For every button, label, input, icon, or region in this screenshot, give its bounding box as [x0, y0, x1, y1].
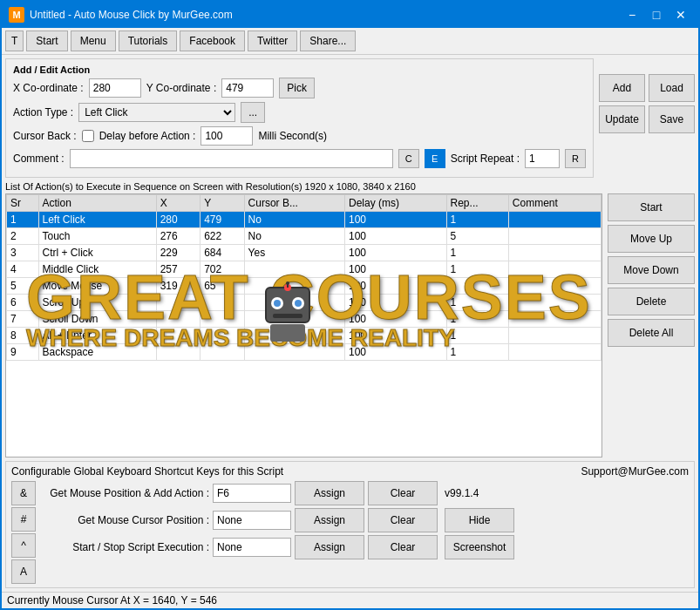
- table-left: Sr Action X Y Cursor B... Delay (ms) Rep…: [5, 193, 602, 458]
- version-label: v99.1.4: [445, 487, 479, 499]
- kb-row2-clear-button[interactable]: Clear: [368, 508, 438, 532]
- keyboard-rows-wrapper: & # ^ A Get Mouse Position & Add Action …: [11, 481, 689, 584]
- table-side-buttons: Start Move Up Move Down Delete Delete Al…: [608, 193, 695, 458]
- facebook-button[interactable]: Facebook: [180, 30, 245, 51]
- kb-row3-clear-button[interactable]: Clear: [368, 535, 438, 559]
- start-button[interactable]: Start: [608, 193, 695, 221]
- table-row[interactable]: 7Scroll Down1001: [7, 311, 601, 328]
- table-row[interactable]: 6Scroll Up1001: [7, 295, 601, 311]
- kb-row2-input[interactable]: [213, 511, 291, 530]
- kb-row1-clear-button[interactable]: Clear: [368, 481, 438, 505]
- screenshot-button[interactable]: Screenshot: [445, 535, 514, 559]
- x-input[interactable]: [89, 78, 141, 98]
- t-button[interactable]: T: [5, 30, 24, 51]
- close-button[interactable]: ✕: [670, 6, 691, 24]
- kb-row1-input[interactable]: [213, 484, 291, 503]
- keyboard-label: Configurable Global Keyboard Shortcut Ke…: [11, 465, 283, 478]
- toolbar: T Start Menu Tutorials Facebook Twitter …: [2, 28, 698, 55]
- kb-row-1: Get Mouse Position & Add Action : Assign…: [39, 481, 689, 505]
- delete-button[interactable]: Delete: [608, 288, 695, 315]
- delete-all-button[interactable]: Delete All: [608, 319, 695, 347]
- hash-button[interactable]: #: [11, 507, 36, 532]
- kb-row1-assign-button[interactable]: Assign: [295, 481, 364, 505]
- move-down-button[interactable]: Move Down: [608, 256, 695, 284]
- keyboard-section: Configurable Global Keyboard Shortcut Ke…: [5, 461, 695, 588]
- list-info: List Of Action(s) to Execute in Sequence…: [5, 181, 695, 192]
- col-sr: Sr: [7, 195, 39, 212]
- e-button[interactable]: E: [425, 149, 445, 168]
- c-button[interactable]: C: [398, 149, 419, 168]
- col-action: Action: [38, 195, 156, 212]
- action-buttons: Add Load Update Save: [599, 58, 695, 181]
- add-button[interactable]: Add: [599, 74, 645, 102]
- support-text: Support@MurGee.com: [581, 465, 689, 478]
- update-button[interactable]: Update: [599, 105, 645, 133]
- cursor-back-label: Cursor Back :: [13, 130, 77, 142]
- table-row[interactable]: 5Move Mouse31965100: [7, 278, 601, 295]
- main-content: Add / Edit Action X Co-ordinate : Y Co-o…: [2, 55, 698, 592]
- delay-label: Delay before Action :: [99, 130, 196, 142]
- delay-input[interactable]: [200, 126, 253, 146]
- minimize-button[interactable]: −: [622, 6, 642, 24]
- status-bar: Currently Mouse Cursor At X = 1640, Y = …: [2, 592, 698, 608]
- kb-row3-assign-button[interactable]: Assign: [295, 535, 364, 559]
- start-toolbar-button[interactable]: Start: [26, 30, 67, 51]
- ampersand-button[interactable]: &: [11, 481, 36, 505]
- hide-button[interactable]: Hide: [445, 508, 514, 532]
- save-button[interactable]: Save: [649, 105, 695, 133]
- col-rep: Rep...: [446, 195, 508, 212]
- table-row[interactable]: 8Alt + Enter1001: [7, 328, 601, 344]
- table-row[interactable]: 3Ctrl + Click229684Yes1001: [7, 245, 601, 261]
- add-edit-label: Add / Edit Action: [13, 64, 586, 75]
- coordinates-row: X Co-ordinate : Y Co-ordinate : Pick: [13, 78, 586, 98]
- main-window: M Untitled - Auto Mouse Click by MurGee.…: [0, 0, 700, 610]
- status-text: Currently Mouse Cursor At X = 1640, Y = …: [7, 594, 217, 607]
- keyboard-rows: Get Mouse Position & Add Action : Assign…: [39, 481, 689, 584]
- share-button[interactable]: Share...: [300, 30, 356, 51]
- col-delay: Delay (ms): [345, 195, 447, 212]
- script-repeat-input[interactable]: [525, 149, 560, 168]
- action-type-select[interactable]: Left Click: [78, 103, 235, 122]
- maximize-button[interactable]: □: [646, 6, 667, 24]
- comment-row: Comment : C E Script Repeat : R: [13, 149, 586, 168]
- y-label: Y Co-ordinate :: [146, 82, 217, 94]
- action-table-container[interactable]: Sr Action X Y Cursor B... Delay (ms) Rep…: [5, 193, 602, 458]
- y-input[interactable]: [221, 78, 274, 98]
- table-row[interactable]: 9Backspace1001: [7, 344, 601, 361]
- col-comment: Comment: [508, 195, 601, 212]
- pick-button[interactable]: Pick: [279, 78, 315, 98]
- action-table: Sr Action X Y Cursor B... Delay (ms) Rep…: [6, 194, 601, 361]
- tutorials-button[interactable]: Tutorials: [119, 30, 178, 51]
- action-type-label: Action Type :: [13, 106, 73, 119]
- col-cursor-b: Cursor B...: [244, 195, 344, 212]
- keyboard-header: Configurable Global Keyboard Shortcut Ke…: [11, 465, 689, 478]
- menu-button[interactable]: Menu: [71, 30, 116, 51]
- load-button[interactable]: Load: [649, 74, 695, 102]
- add-edit-panel: Add / Edit Action X Co-ordinate : Y Co-o…: [5, 58, 594, 178]
- table-row[interactable]: 1Left Click280479No1001: [7, 212, 601, 228]
- table-area: Sr Action X Y Cursor B... Delay (ms) Rep…: [5, 193, 695, 458]
- comment-input[interactable]: [70, 149, 393, 168]
- table-row[interactable]: 2Touch276622No1005: [7, 228, 601, 245]
- x-label: X Co-ordinate :: [13, 82, 84, 94]
- kb-row3-label: Start / Stop Script Execution :: [39, 541, 209, 553]
- kb-row2-assign-button[interactable]: Assign: [295, 508, 364, 532]
- dots-button[interactable]: ...: [241, 102, 265, 123]
- table-row[interactable]: 4Middle Click2577021001: [7, 261, 601, 278]
- cursor-delay-row: Cursor Back : Delay before Action : Mill…: [13, 126, 586, 146]
- action-type-row: Action Type : Left Click ...: [13, 102, 586, 123]
- kb-row1-label: Get Mouse Position & Add Action :: [39, 487, 209, 499]
- move-up-button[interactable]: Move Up: [608, 225, 695, 253]
- caret-button[interactable]: ^: [11, 533, 36, 558]
- col-y: Y: [200, 195, 244, 212]
- comment-label: Comment :: [13, 152, 65, 165]
- kb-row2-label: Get Mouse Cursor Position :: [39, 514, 209, 526]
- cursor-back-checkbox[interactable]: [82, 130, 94, 142]
- ms-label: Milli Second(s): [258, 130, 327, 142]
- script-repeat-label: Script Repeat :: [451, 152, 520, 165]
- twitter-button[interactable]: Twitter: [248, 30, 297, 51]
- a-button[interactable]: A: [11, 559, 36, 584]
- r-button[interactable]: R: [565, 149, 586, 168]
- app-icon: M: [9, 7, 24, 23]
- kb-row3-input[interactable]: [213, 538, 291, 557]
